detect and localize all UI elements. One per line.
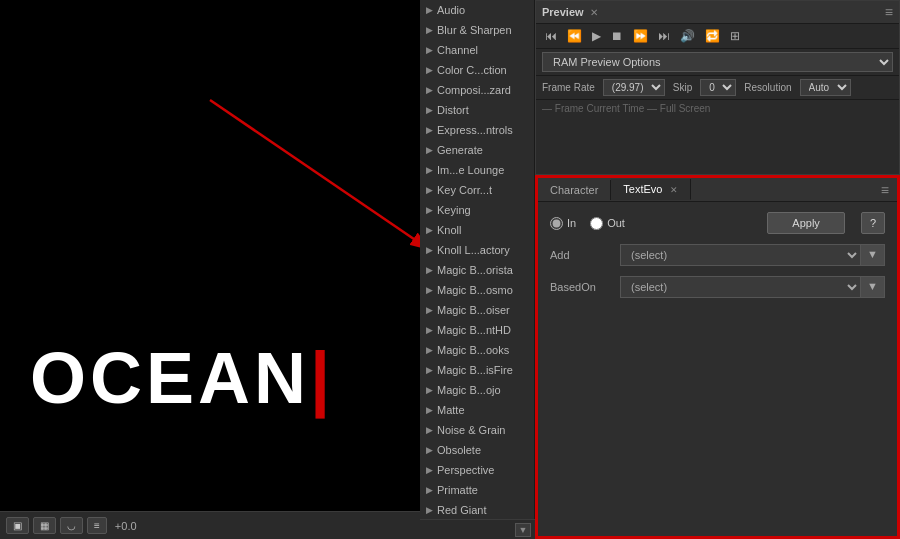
effects-item-label: Noise & Grain <box>437 422 505 438</box>
effects-folder-arrow-icon: ▶ <box>426 362 433 378</box>
add-select[interactable]: (select) <box>620 244 861 266</box>
effects-list-item[interactable]: ▶Knoll <box>420 220 534 240</box>
effects-list-item[interactable]: ▶Red Giant <box>420 500 534 520</box>
effects-list-item[interactable]: ▶Express...ntrols <box>420 120 534 140</box>
add-row: Add (select) ▼ <box>550 244 885 266</box>
effects-folder-arrow-icon: ▶ <box>426 202 433 218</box>
effects-list-item[interactable]: ▶Color C...ction <box>420 60 534 80</box>
radio-out-label[interactable]: Out <box>590 217 625 230</box>
effects-folder-arrow-icon: ▶ <box>426 482 433 498</box>
effects-item-label: Magic B...isFire <box>437 362 513 378</box>
scroll-down-button[interactable]: ▼ <box>515 523 531 537</box>
add-label: Add <box>550 249 610 261</box>
effects-item-label: Express...ntrols <box>437 122 513 138</box>
effects-list-item[interactable]: ▶Magic B...isFire <box>420 360 534 380</box>
radio-out-input[interactable] <box>590 217 603 230</box>
effects-list-item[interactable]: ▶Matte <box>420 400 534 420</box>
effects-list-item[interactable]: ▶Magic B...ooks <box>420 340 534 360</box>
skip-select[interactable]: 0 <box>700 79 736 96</box>
viewer-fit-button[interactable]: ▣ <box>6 517 29 534</box>
effects-list-item[interactable]: ▶Key Corr...t <box>420 180 534 200</box>
resolution-select[interactable]: Auto <box>800 79 851 96</box>
preview-play-button[interactable]: ▶ <box>589 28 604 44</box>
effects-folder-arrow-icon: ▶ <box>426 182 433 198</box>
effects-list-item[interactable]: ▶Distort <box>420 100 534 120</box>
effects-folder-arrow-icon: ▶ <box>426 222 433 238</box>
effects-list-item[interactable]: ▶Magic B...ntHD <box>420 320 534 340</box>
effects-list-item[interactable]: ▶Generate <box>420 140 534 160</box>
effects-list-item[interactable]: ▶Channel <box>420 40 534 60</box>
preview-next-button[interactable]: ⏩ <box>630 28 651 44</box>
add-select-arrow-icon[interactable]: ▼ <box>861 244 885 266</box>
effects-list-item[interactable]: ▶Keying <box>420 200 534 220</box>
effects-list-item[interactable]: ▶Composi...zard <box>420 80 534 100</box>
viewer-prop-button[interactable]: ◡ <box>60 517 83 534</box>
ram-preview-dropdown[interactable]: RAM Preview Options <box>542 52 893 72</box>
effects-list-item[interactable]: ▶Knoll L...actory <box>420 240 534 260</box>
effects-folder-arrow-icon: ▶ <box>426 22 433 38</box>
preview-loop-button[interactable]: 🔁 <box>702 28 723 44</box>
effects-item-label: Perspective <box>437 462 494 478</box>
preview-panel-menu-icon[interactable]: ≡ <box>885 4 893 20</box>
effects-item-label: Keying <box>437 202 471 218</box>
viewer-grid-button[interactable]: ▦ <box>33 517 56 534</box>
ram-preview-row: RAM Preview Options <box>536 49 899 76</box>
viewer-bottom-bar: ▣ ▦ ◡ ≡ +0.0 <box>0 511 420 539</box>
effects-folder-arrow-icon: ▶ <box>426 442 433 458</box>
effects-list-item[interactable]: ▶Primatte <box>420 480 534 500</box>
preview-stop-button[interactable]: ⏹ <box>608 28 626 44</box>
basedon-select[interactable]: (select) <box>620 276 861 298</box>
effects-folder-arrow-icon: ▶ <box>426 342 433 358</box>
preview-start-button[interactable]: ⏮ <box>542 28 560 44</box>
effects-item-label: Blur & Sharpen <box>437 22 512 38</box>
panel-options-icon[interactable]: ≡ <box>881 182 897 198</box>
effects-folder-arrow-icon: ▶ <box>426 2 433 18</box>
effects-folder-arrow-icon: ▶ <box>426 462 433 478</box>
effects-list-item[interactable]: ▶Audio <box>420 0 534 20</box>
apply-button[interactable]: Apply <box>767 212 845 234</box>
effects-item-label: Key Corr...t <box>437 182 492 198</box>
preview-prev-button[interactable]: ⏪ <box>564 28 585 44</box>
effects-list-item[interactable]: ▶Magic B...orista <box>420 260 534 280</box>
effects-item-label: Magic B...osmo <box>437 282 513 298</box>
tab-character[interactable]: Character <box>538 180 611 200</box>
svg-line-1 <box>210 100 430 250</box>
effects-folder-arrow-icon: ▶ <box>426 262 433 278</box>
effects-item-label: Distort <box>437 102 469 118</box>
resolution-label: Resolution <box>744 82 791 93</box>
effects-list-item[interactable]: ▶Magic B...oiser <box>420 300 534 320</box>
effects-folder-arrow-icon: ▶ <box>426 382 433 398</box>
effects-list-item[interactable]: ▶Magic B...ojo <box>420 380 534 400</box>
preview-ram-button[interactable]: ⊞ <box>727 28 743 44</box>
effects-folder-arrow-icon: ▶ <box>426 162 433 178</box>
viewer-text: OCEAN| <box>30 337 334 419</box>
effects-item-label: Generate <box>437 142 483 158</box>
effects-item-label: Primatte <box>437 482 478 498</box>
frame-rate-select[interactable]: (29.97) <box>603 79 665 96</box>
effects-item-label: Knoll <box>437 222 461 238</box>
radio-in-label[interactable]: In <box>550 217 576 230</box>
effects-list-item[interactable]: ▶Im...e Lounge <box>420 160 534 180</box>
effects-folder-arrow-icon: ▶ <box>426 422 433 438</box>
effects-list-item[interactable]: ▶Magic B...osmo <box>420 280 534 300</box>
preview-controls-row: ⏮ ⏪ ▶ ⏹ ⏩ ⏭ 🔊 🔁 ⊞ <box>536 24 899 49</box>
radio-in-input[interactable] <box>550 217 563 230</box>
tab-textevo[interactable]: TextEvo ✕ <box>611 179 690 200</box>
basedon-select-arrow-icon[interactable]: ▼ <box>861 276 885 298</box>
viewer-flow-button[interactable]: ≡ <box>87 517 107 534</box>
preview-panel-close-icon[interactable]: ✕ <box>590 7 598 18</box>
effects-folder-arrow-icon: ▶ <box>426 242 433 258</box>
effects-item-label: Matte <box>437 402 465 418</box>
effects-list-item[interactable]: ▶Noise & Grain <box>420 420 534 440</box>
effects-item-label: Magic B...oiser <box>437 302 510 318</box>
effects-list-item[interactable]: ▶Obsolete <box>420 440 534 460</box>
effects-list-item[interactable]: ▶Perspective <box>420 460 534 480</box>
effects-list-item[interactable]: ▶Blur & Sharpen <box>420 20 534 40</box>
help-button[interactable]: ? <box>861 212 885 234</box>
textevo-panel: Character TextEvo ✕ ≡ In Out Apply ? Add <box>535 175 900 539</box>
tab-textevo-close-icon[interactable]: ✕ <box>670 185 678 195</box>
preview-end-button[interactable]: ⏭ <box>655 28 673 44</box>
preview-audio-button[interactable]: 🔊 <box>677 28 698 44</box>
preview-panel-title: Preview <box>542 6 584 18</box>
preview-panel-header: Preview ✕ ≡ <box>536 1 899 24</box>
